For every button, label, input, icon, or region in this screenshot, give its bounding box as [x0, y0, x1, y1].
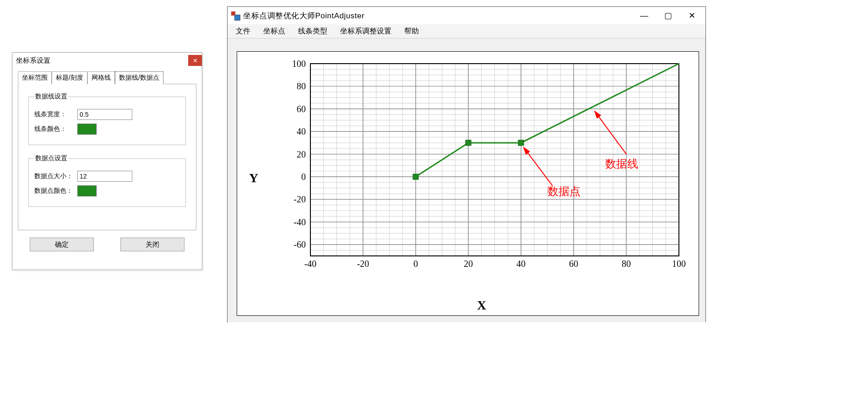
close-button[interactable]: 关闭 — [120, 238, 184, 251]
x-axis-label: X — [477, 298, 486, 313]
menu-points[interactable]: 坐标点 — [263, 27, 285, 36]
dialog-close-button[interactable]: ✕ — [188, 55, 202, 66]
y-tick-label: 40 — [297, 126, 306, 136]
y-tick-label: 80 — [297, 81, 306, 91]
y-tick-label: 0 — [301, 172, 306, 182]
x-tick-label: 100 — [672, 259, 686, 269]
dialog-tabstrip: 坐标范围 标题/刻度 网格线 数据线/数据点 — [12, 68, 202, 84]
svg-line-83 — [595, 111, 626, 154]
menu-help[interactable]: 帮助 — [404, 27, 419, 36]
minimize-button[interactable]: — — [636, 9, 652, 22]
y-tick-label: 60 — [297, 104, 306, 114]
annotation-data-line: 数据线 — [605, 157, 638, 170]
data-point-marker — [413, 174, 418, 179]
data-point-marker — [518, 140, 524, 146]
y-tick-label: 100 — [292, 59, 306, 69]
app-icon — [231, 11, 239, 20]
x-tick-label: 20 — [464, 259, 473, 269]
dialog-titlebar: 坐标系设置 ✕ — [12, 53, 202, 68]
y-tick-label: -40 — [293, 217, 306, 227]
plot-panel: Y X -40-20020406080100-60-40-20020406080… — [237, 51, 699, 316]
main-title: 坐标点调整优化大师PointAdjuster — [243, 11, 636, 21]
menu-bar: 文件 坐标点 线条类型 坐标系调整设置 帮助 — [228, 24, 705, 38]
x-tick-label: 80 — [622, 259, 631, 269]
line-color-label: 线条颜色： — [34, 125, 74, 133]
coord-settings-dialog: 坐标系设置 ✕ 坐标范围 标题/刻度 网格线 数据线/数据点 数据线设置 线条宽… — [12, 52, 202, 270]
x-tick-label: 60 — [569, 259, 578, 269]
main-close-button[interactable]: ✕ — [684, 9, 700, 22]
window-control-buttons: — ▢ ✕ — [636, 9, 703, 22]
line-color-swatch[interactable] — [77, 124, 97, 135]
point-settings-group: 数据点设置 数据点大小： 数据点颜色： — [28, 154, 186, 207]
x-tick-label: 0 — [413, 259, 418, 269]
data-point-marker — [466, 140, 471, 146]
x-tick-label: -20 — [357, 259, 369, 269]
line-settings-group: 数据线设置 线条宽度： 线条颜色： — [28, 92, 186, 145]
tab-gridlines[interactable]: 网格线 — [87, 71, 115, 84]
line-width-input[interactable] — [77, 109, 132, 120]
y-tick-label: -60 — [293, 239, 306, 250]
dialog-button-row: 确定 关闭 — [12, 236, 202, 257]
y-tick-label: 20 — [297, 149, 306, 159]
point-color-label: 数据点颜色： — [34, 187, 74, 195]
y-tick-label: -20 — [293, 194, 306, 204]
maximize-button[interactable]: ▢ — [660, 9, 676, 22]
svg-line-82 — [524, 147, 553, 186]
tab-coord-range[interactable]: 坐标范围 — [18, 71, 52, 84]
point-size-input[interactable] — [77, 171, 132, 182]
main-titlebar: 坐标点调整优化大师PointAdjuster — ▢ ✕ — [228, 7, 705, 24]
line-group-legend: 数据线设置 — [34, 92, 68, 101]
x-tick-label: 40 — [516, 259, 526, 269]
tab-data-line-point[interactable]: 数据线/数据点 — [115, 71, 163, 84]
y-axis-label: Y — [249, 171, 258, 185]
tab-title-ticks[interactable]: 标题/刻度 — [52, 71, 87, 84]
point-size-label: 数据点大小： — [34, 172, 74, 180]
ok-button[interactable]: 确定 — [30, 238, 94, 251]
close-icon: ✕ — [689, 11, 695, 21]
plot-svg: -40-20020406080100-60-40-20020406080100数… — [278, 59, 686, 283]
close-icon: ✕ — [193, 57, 198, 64]
dialog-title: 坐标系设置 — [16, 56, 188, 65]
main-window: 坐标点调整优化大师PointAdjuster — ▢ ✕ 文件 坐标点 线条类型… — [227, 6, 706, 322]
menu-linetype[interactable]: 线条类型 — [298, 27, 327, 36]
maximize-icon: ▢ — [664, 11, 672, 21]
menu-coord-adjust[interactable]: 坐标系调整设置 — [340, 27, 391, 36]
line-width-label: 线条宽度： — [34, 110, 74, 119]
menu-file[interactable]: 文件 — [236, 27, 250, 36]
main-client-area: Y X -40-20020406080100-60-40-20020406080… — [228, 38, 705, 322]
annotation-data-point: 数据点 — [548, 185, 580, 197]
x-tick-label: -40 — [304, 259, 317, 269]
point-color-swatch[interactable] — [77, 185, 97, 196]
minimize-icon: — — [640, 11, 648, 21]
dialog-tab-body: 数据线设置 线条宽度： 线条颜色： 数据点设置 数据点大小： 数据点颜色： — [18, 84, 196, 230]
point-group-legend: 数据点设置 — [34, 154, 68, 163]
